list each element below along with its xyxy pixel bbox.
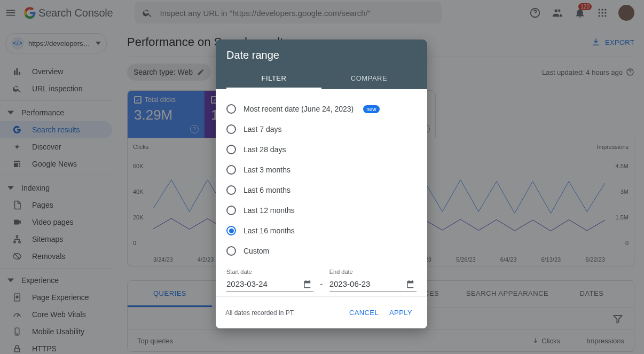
radio-icon (226, 246, 236, 256)
start-date-input[interactable] (226, 276, 313, 292)
dialog-footnote: All dates recorded in PT. (225, 309, 344, 317)
radio-icon (226, 165, 236, 175)
date-range-dialog: Date range FILTER COMPARE Most recent da… (216, 40, 427, 328)
radio-last-28-days[interactable]: Last 28 days (226, 139, 417, 160)
date-separator: - (319, 279, 324, 292)
radio-most-recent[interactable]: Most recent date (June 24, 2023) new (226, 99, 417, 119)
end-date-label: End date (329, 269, 417, 275)
radio-last-3-months[interactable]: Last 3 months (226, 160, 417, 180)
radio-last-16-months[interactable]: Last 16 months (226, 221, 417, 241)
end-date-input[interactable] (329, 276, 417, 292)
apply-button[interactable]: APPLY (384, 304, 418, 321)
radio-icon (226, 185, 236, 195)
dialog-tab-compare[interactable]: COMPARE (321, 69, 417, 89)
radio-last-6-months[interactable]: Last 6 months (226, 180, 417, 200)
radio-last-12-months[interactable]: Last 12 months (226, 200, 417, 221)
cancel-button[interactable]: CANCEL (344, 304, 384, 321)
radio-icon (226, 206, 236, 215)
radio-custom[interactable]: Custom (226, 241, 417, 261)
start-date-label: Start date (226, 269, 313, 275)
calendar-icon[interactable] (406, 279, 415, 289)
new-badge: new (363, 105, 379, 113)
dialog-tab-filter[interactable]: FILTER (226, 69, 321, 89)
dialog-title: Date range (226, 49, 417, 61)
calendar-icon[interactable] (303, 279, 312, 289)
radio-icon (226, 104, 236, 114)
radio-icon (226, 226, 236, 235)
radio-icon (226, 145, 236, 154)
radio-icon (226, 124, 236, 134)
radio-last-7-days[interactable]: Last 7 days (226, 119, 417, 139)
